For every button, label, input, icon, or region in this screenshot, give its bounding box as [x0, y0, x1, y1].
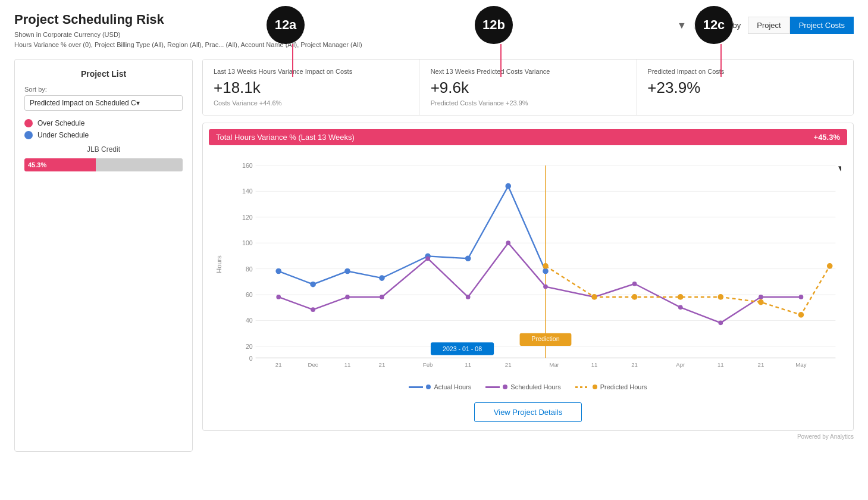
- svg-text:21: 21: [275, 361, 282, 368]
- svg-text:120: 120: [242, 214, 253, 221]
- footer: Powered by Analytics: [202, 433, 854, 440]
- chart-header: Total Hours Variance % (Last 13 Weeks) +…: [209, 129, 847, 145]
- annotation-line-12b: [500, 44, 502, 77]
- svg-point-52: [543, 285, 548, 289]
- filter-icon[interactable]: ▼: [677, 20, 687, 31]
- svg-text:60: 60: [246, 291, 253, 298]
- svg-point-43: [505, 183, 511, 189]
- progress-label: 45.3%: [28, 161, 46, 168]
- actual-hours-line: [409, 386, 423, 388]
- actual-hours-dot: [426, 385, 431, 389]
- chart-y-label: Hours: [215, 255, 223, 273]
- svg-point-47: [345, 295, 350, 299]
- svg-text:11: 11: [465, 361, 471, 368]
- svg-point-59: [543, 263, 549, 269]
- svg-text:0: 0: [249, 355, 253, 362]
- svg-text:11: 11: [717, 361, 724, 368]
- svg-point-58: [799, 295, 804, 299]
- svg-point-61: [632, 294, 638, 300]
- legend-over-schedule: Over Schedule: [24, 119, 183, 127]
- kpi-2-title: Next 13 Weeks Predicted Costs Variance: [431, 68, 626, 75]
- chart-container: Total Hours Variance % (Last 13 Weeks) +…: [202, 123, 854, 431]
- footer-text: Powered by Analytics: [797, 433, 854, 440]
- svg-text:140: 140: [242, 188, 253, 195]
- scheduled-hours-label: Scheduled Hours: [510, 383, 560, 390]
- chart-header-pct: +45.3%: [814, 133, 840, 142]
- svg-text:100: 100: [242, 239, 253, 246]
- kpi-1-sub: Costs Variance +44.6%: [214, 99, 409, 107]
- annotation-line-12a: [292, 44, 293, 77]
- legend-predicted-hours: Predicted Hours: [575, 383, 647, 390]
- scheduled-hours-dot: [503, 385, 507, 389]
- svg-text:21: 21: [379, 361, 386, 368]
- svg-point-45: [276, 295, 281, 299]
- svg-point-46: [311, 307, 315, 312]
- kpi-1-value: +18.1k: [214, 79, 409, 97]
- svg-text:▾: ▾: [839, 162, 842, 174]
- sort-dropdown-value: Predicted Impact on Scheduled C▾: [30, 99, 140, 107]
- svg-point-44: [543, 268, 549, 274]
- annotation-12a: 12a: [267, 6, 305, 44]
- svg-text:80: 80: [246, 265, 253, 273]
- svg-text:21: 21: [758, 361, 764, 368]
- progress-bar: 45.3%: [24, 158, 183, 171]
- svg-text:Prediction: Prediction: [531, 335, 559, 342]
- kpi-card-2: Next 13 Weeks Predicted Costs Variance +…: [420, 60, 637, 115]
- kpi-card-1: Last 13 Weeks Hours Variance Impact on C…: [203, 60, 420, 115]
- svg-text:2023 - 01 - 08: 2023 - 01 - 08: [443, 345, 482, 352]
- header-left: Project Scheduling Risk Shown in Corpora…: [14, 12, 362, 49]
- svg-text:21: 21: [631, 361, 638, 368]
- annotation-line-12c: [720, 44, 722, 77]
- content-area: Project List Sort by: Predicted Impact o…: [14, 59, 854, 452]
- view-project-details-btn[interactable]: View Project Details: [474, 402, 582, 422]
- svg-point-49: [425, 256, 430, 261]
- svg-text:Apr: Apr: [676, 361, 685, 368]
- svg-point-66: [827, 263, 833, 269]
- project-list-sidebar: Project List Sort by: Predicted Impact o…: [14, 59, 193, 452]
- chart-legend: Actual Hours Scheduled Hours Predicted H…: [209, 379, 847, 394]
- view-by-costs-btn[interactable]: Project Costs: [790, 17, 854, 34]
- progress-bar-fill: 45.3%: [24, 158, 96, 171]
- svg-point-51: [506, 240, 510, 245]
- kpi-3-title: Predicted Impact on Costs: [647, 68, 842, 75]
- svg-text:160: 160: [242, 162, 253, 169]
- svg-point-37: [275, 268, 281, 274]
- svg-point-65: [798, 312, 804, 318]
- sort-dropdown[interactable]: Predicted Impact on Scheduled C▾: [24, 95, 183, 111]
- svg-point-63: [718, 294, 724, 300]
- sidebar-title: Project List: [24, 69, 183, 79]
- svg-point-62: [678, 294, 684, 300]
- page-subtitle-line1: Shown in Corporate Currency (USD): [14, 30, 362, 40]
- svg-point-54: [632, 282, 637, 286]
- kpi-3-value: +23.9%: [647, 79, 842, 97]
- actual-hours-label: Actual Hours: [434, 383, 471, 390]
- under-schedule-label: Under Schedule: [37, 131, 89, 139]
- main-content: Last 13 Weeks Hours Variance Impact on C…: [202, 59, 854, 452]
- svg-point-38: [310, 282, 316, 288]
- legend-actual-hours: Actual Hours: [409, 383, 471, 390]
- annotation-12b: 12b: [475, 6, 513, 44]
- view-by-project-btn[interactable]: Project: [748, 17, 789, 34]
- svg-text:20: 20: [246, 343, 253, 350]
- page-subtitle-line2: Hours Variance % over (0), Project Billi…: [14, 40, 362, 50]
- annotation-12c: 12c: [695, 6, 733, 44]
- svg-text:May: May: [795, 361, 806, 368]
- svg-point-48: [380, 295, 384, 299]
- svg-point-56: [718, 321, 723, 326]
- svg-point-57: [759, 295, 763, 299]
- over-schedule-dot: [24, 119, 33, 127]
- svg-point-39: [344, 268, 350, 274]
- kpi-2-value: +9.6k: [431, 79, 626, 97]
- svg-point-50: [466, 295, 471, 299]
- svg-point-55: [678, 305, 683, 310]
- chart-header-label: Total Hours Variance % (Last 13 Weeks): [216, 133, 355, 142]
- svg-point-60: [591, 294, 597, 300]
- kpi-1-title: Last 13 Weeks Hours Variance Impact on C…: [214, 68, 409, 75]
- svg-text:Dec: Dec: [308, 361, 318, 368]
- project-name: JLB Credit: [24, 145, 183, 154]
- predicted-hours-dot: [593, 385, 597, 389]
- under-schedule-dot: [24, 131, 33, 139]
- svg-text:11: 11: [344, 361, 351, 368]
- kpi-card-3: Predicted Impact on Costs +23.9%: [637, 60, 853, 115]
- over-schedule-label: Over Schedule: [37, 119, 84, 127]
